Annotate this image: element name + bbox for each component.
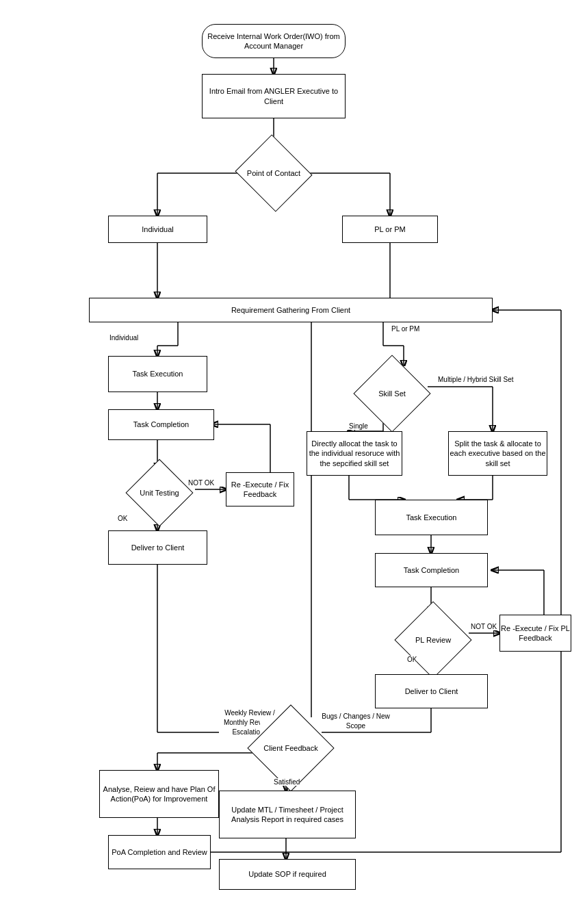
poa-completion-shape: PoA Completion and Review <box>108 835 211 869</box>
task-comp-left-shape: Task Completion <box>108 409 214 440</box>
unit-testing-shape: Unit Testing <box>135 469 183 517</box>
individual-shape: Individual <box>108 216 207 243</box>
directly-allocat-shape: Directly allocat the task to the individ… <box>307 431 402 476</box>
point-of-contact-shape: Point of Contact <box>245 147 302 199</box>
intro-email-shape: Intro Email from ANGLER Executive to Cli… <box>202 74 346 118</box>
re-execute-right-shape: Re -Execute / Fix PL Feedback <box>499 615 571 652</box>
single-label: Single <box>349 422 368 430</box>
flowchart-diagram: Receive Internal Work Order(IWO) from Ac… <box>0 0 585 924</box>
split-task-shape: Split the task & allocate to each execut… <box>448 431 547 476</box>
not-ok-left-label: NOT OK <box>188 479 214 487</box>
pl-or-pm-label: PL or PM <box>391 325 419 333</box>
deliver-client-right-shape: Deliver to Client <box>375 674 488 708</box>
update-sop-shape: Update SOP if required <box>219 859 356 890</box>
skill-set-shape: Skill Set <box>365 366 419 421</box>
bugs-changes-label: Bugs / Changes / New Scope <box>322 712 390 731</box>
deliver-client-left-shape: Deliver to Client <box>108 530 207 565</box>
client-feedback-shape: Client Feedback <box>260 717 322 779</box>
task-exec-left-shape: Task Execution <box>108 356 207 392</box>
not-ok-right-label: NOT OK <box>471 623 497 630</box>
update-mtl-shape: Update MTL / Timesheet / Project Analysi… <box>219 791 356 838</box>
task-comp-right-shape: Task Completion <box>375 553 488 587</box>
ok-left-label: OK <box>118 515 127 522</box>
multiple-hybrid-label: Multiple / Hybrid Skill Set <box>438 375 527 384</box>
req-gathering-shape: Requirement Gathering From Client <box>89 298 493 322</box>
satisfied-label: Satisfied <box>274 778 300 786</box>
analyse-review-shape: Analyse, Reiew and have Plan Of Action(P… <box>99 770 219 818</box>
ok-right-label: OK <box>407 656 417 663</box>
individual-label: Individual <box>109 334 138 342</box>
re-execute-left-shape: Re -Execute / Fix Feedback <box>226 472 294 506</box>
pl-pm-shape: PL or PM <box>342 216 438 243</box>
task-exec-right-shape: Task Execution <box>375 500 488 535</box>
receive-iwo-shape: Receive Internal Work Order(IWO) from Ac… <box>202 24 346 58</box>
